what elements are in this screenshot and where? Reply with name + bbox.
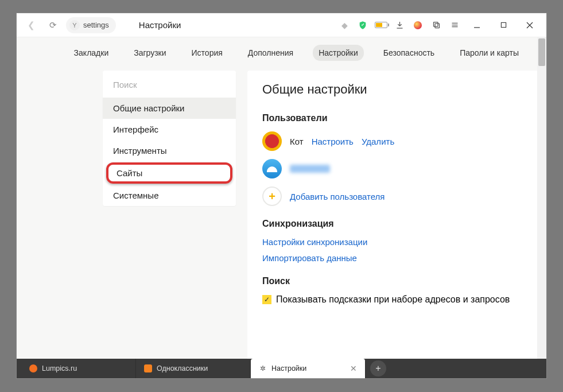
redacted-text (290, 165, 330, 173)
tab-label: Одноклассники (157, 364, 208, 372)
tab-lumpics[interactable]: Lumpics.ru (21, 359, 136, 378)
site-identity-icon: Y (69, 20, 80, 30)
bookmark-icon[interactable]: ◆ (335, 14, 354, 36)
shield-icon[interactable] (354, 14, 372, 36)
svg-rect-1 (433, 22, 438, 27)
tab-label: Lumpics.ru (42, 364, 77, 372)
gear-icon: ✲ (259, 364, 267, 372)
import-data-link[interactable]: Импортировать данные (262, 253, 357, 263)
main-heading: Общие настройки (262, 82, 522, 97)
sidebar-item-general[interactable]: Общие настройки (103, 98, 236, 119)
user-row: Кот Настроить Удалить (262, 131, 522, 151)
sidebar-item-interface[interactable]: Интерфейс (103, 119, 236, 140)
minimize-button[interactable] (464, 14, 490, 36)
back-button[interactable]: ❮ (20, 14, 42, 36)
avatar-icon (262, 131, 282, 151)
sidebar-item-system[interactable]: Системные (103, 185, 236, 206)
checkbox-label: Показывать подсказки при наборе адресов … (276, 294, 510, 305)
add-icon: + (262, 187, 282, 206)
settings-main: Общие настройки Пользователи Кот Настрои… (247, 71, 537, 359)
tab-settings[interactable]: ✲ Настройки ✕ (251, 359, 366, 378)
browser-window: ❮ ⟳ Y settings Настройки ◆ (16, 13, 547, 379)
sidebar-search[interactable]: Поиск (103, 71, 236, 98)
address-bar[interactable]: Y settings (66, 17, 116, 33)
user-configure-link[interactable]: Настроить (312, 137, 354, 146)
section-users-title: Пользователи (262, 113, 522, 123)
add-user-link[interactable]: Добавить пользователя (290, 192, 385, 201)
close-button[interactable] (517, 14, 543, 36)
svg-rect-0 (435, 24, 440, 28)
topnav-settings[interactable]: Настройки (313, 45, 364, 61)
settings-topnav: Закладки Загрузки История Дополнения Нас… (17, 37, 537, 68)
downloads-icon[interactable] (390, 14, 409, 36)
section-search-title: Поиск (262, 276, 522, 286)
topnav-addons[interactable]: Дополнения (242, 45, 299, 61)
maximize-button[interactable] (490, 14, 517, 36)
avatar-icon (262, 159, 282, 178)
user-delete-link[interactable]: Удалить (362, 137, 394, 146)
menu-icon[interactable] (445, 14, 464, 36)
add-user-row[interactable]: + Добавить пользователя (262, 187, 522, 206)
search-suggestions-checkbox[interactable]: ✓ Показывать подсказки при наборе адресо… (262, 294, 522, 305)
favicon-icon (144, 364, 152, 372)
close-tab-icon[interactable]: ✕ (344, 364, 357, 373)
page-title: Настройки (139, 20, 181, 30)
checkbox-checked-icon: ✓ (262, 295, 271, 304)
favicon-icon (29, 364, 37, 372)
sidebar-item-tools[interactable]: Инструменты (103, 140, 236, 161)
browser-tabstrip: Lumpics.ru Одноклассники ✲ Настройки ✕ + (17, 359, 546, 378)
vertical-scrollbar[interactable] (537, 37, 546, 359)
copy-icon[interactable] (427, 14, 445, 36)
topnav-history[interactable]: История (186, 45, 228, 61)
battery-icon (372, 14, 390, 36)
titlebar: ❮ ⟳ Y settings Настройки ◆ (17, 13, 546, 37)
new-tab-button[interactable]: + (370, 360, 386, 377)
tab-odnoklassniki[interactable]: Одноклассники (136, 359, 251, 378)
settings-sidebar: Поиск Общие настройки Интерфейс Инструме… (103, 71, 236, 206)
extension-icon[interactable] (409, 14, 427, 36)
scrollbar-thumb[interactable] (538, 38, 545, 66)
reload-button[interactable]: ⟳ (42, 14, 64, 36)
address-label: settings (83, 21, 109, 29)
tab-label: Настройки (271, 364, 306, 372)
section-sync-title: Синхронизация (262, 219, 522, 229)
annotation-highlight: Сайты (106, 162, 232, 184)
svg-rect-2 (501, 22, 506, 27)
content-area: Закладки Загрузки История Дополнения Нас… (17, 37, 537, 359)
user-row (262, 159, 522, 178)
topnav-downloads[interactable]: Загрузки (128, 45, 172, 61)
topnav-passwords[interactable]: Пароли и карты (454, 45, 525, 61)
user-name-label: Кот (290, 137, 304, 146)
sync-settings-link[interactable]: Настройки синхронизации (262, 237, 367, 247)
topnav-security[interactable]: Безопасность (378, 45, 440, 61)
sidebar-item-sites[interactable]: Сайты (117, 168, 222, 178)
topnav-bookmarks[interactable]: Закладки (68, 45, 115, 61)
